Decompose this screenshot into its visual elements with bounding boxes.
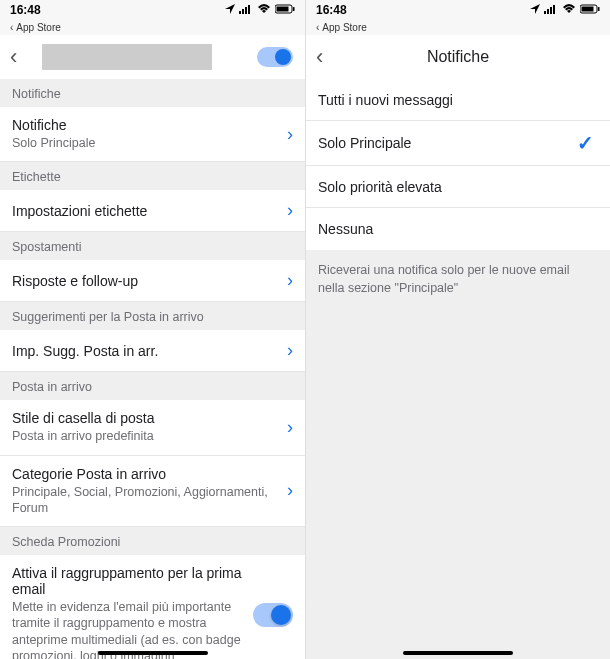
redacted-account-name — [42, 44, 212, 70]
page-title: Notifiche — [306, 48, 610, 66]
svg-rect-0 — [239, 11, 241, 14]
section-notifiche: Notifiche — [0, 79, 305, 107]
chevron-right-icon: › — [279, 417, 293, 438]
footer-note: Riceverai una notifica solo per le nuove… — [306, 250, 610, 309]
battery-icon — [580, 4, 600, 16]
back-link-label: App Store — [322, 22, 366, 33]
section-spostamenti: Spostamenti — [0, 232, 305, 260]
option-priorita-elevata[interactable]: Solo priorità elevata — [306, 166, 610, 208]
row-imp-etichette[interactable]: Impostazioni etichette › — [0, 190, 305, 232]
wifi-icon — [562, 4, 576, 16]
row-title: Impostazioni etichette — [12, 203, 147, 219]
section-inbox: Posta in arrivo — [0, 372, 305, 400]
chevron-right-icon: › — [279, 124, 293, 145]
option-solo-principale[interactable]: Solo Principale ✓ — [306, 121, 610, 166]
svg-rect-1 — [242, 9, 244, 14]
row-notifiche[interactable]: Notifiche Solo Principale › — [0, 107, 305, 162]
account-toggle[interactable] — [257, 47, 293, 67]
status-icons — [530, 4, 600, 16]
account-header: ‹ — [0, 35, 305, 79]
chevron-right-icon: › — [279, 270, 293, 291]
row-subtitle: Solo Principale — [12, 135, 279, 151]
row-stile[interactable]: Stile di casella di posta Posta in arriv… — [0, 400, 305, 455]
chevron-left-icon: ‹ — [10, 22, 13, 33]
location-icon — [530, 4, 540, 16]
wifi-icon — [257, 4, 271, 16]
svg-rect-12 — [582, 7, 594, 12]
status-icons — [225, 4, 295, 16]
row-subtitle: Mette in evidenza l'email più importante… — [12, 599, 253, 659]
row-subtitle: Posta in arrivo predefinita — [12, 428, 279, 444]
signal-icon — [544, 4, 558, 16]
option-label: Solo priorità elevata — [318, 179, 442, 195]
notifiche-options: Tutti i nuovi messaggi Solo Principale ✓… — [306, 79, 610, 659]
row-subtitle: Principale, Social, Promozioni, Aggiorna… — [12, 484, 279, 517]
settings-list[interactable]: Notifiche Notifiche Solo Principale › Et… — [0, 79, 305, 659]
row-title: Imp. Sugg. Posta in arr. — [12, 343, 158, 359]
svg-rect-13 — [598, 7, 600, 11]
signal-icon — [239, 4, 253, 16]
status-time: 16:48 — [10, 3, 41, 17]
row-risposte[interactable]: Risposte e follow-up › — [0, 260, 305, 302]
toggle-raggruppamento[interactable] — [253, 603, 293, 627]
row-categorie[interactable]: Categorie Posta in arrivo Principale, So… — [0, 456, 305, 528]
option-tutti[interactable]: Tutti i nuovi messaggi — [306, 79, 610, 121]
svg-rect-8 — [547, 9, 549, 14]
back-button[interactable]: ‹ — [10, 44, 34, 70]
svg-rect-5 — [277, 7, 289, 12]
svg-rect-7 — [544, 11, 546, 14]
home-indicator[interactable] — [403, 651, 513, 655]
status-bar: 16:48 — [306, 0, 610, 20]
svg-rect-2 — [245, 7, 247, 14]
back-button[interactable]: ‹ — [316, 44, 340, 70]
svg-rect-6 — [293, 7, 295, 11]
row-title: Notifiche — [12, 117, 279, 133]
section-promozioni: Scheda Promozioni — [0, 527, 305, 555]
back-to-app-store[interactable]: ‹ App Store — [306, 20, 610, 35]
battery-icon — [275, 4, 295, 16]
chevron-right-icon: › — [279, 480, 293, 501]
status-bar: 16:48 — [0, 0, 305, 20]
nav-bar: ‹ Notifiche — [306, 35, 610, 79]
svg-rect-3 — [248, 5, 250, 14]
section-etichette: Etichette — [0, 162, 305, 190]
notifiche-screen: 16:48 ‹ App Store ‹ Notifiche Tutti i nu… — [305, 0, 610, 659]
check-icon: ✓ — [577, 131, 598, 155]
row-title: Categorie Posta in arrivo — [12, 466, 279, 482]
settings-screen: 16:48 ‹ App Store ‹ Notifiche Not — [0, 0, 305, 659]
row-title: Stile di casella di posta — [12, 410, 279, 426]
home-indicator[interactable] — [98, 651, 208, 655]
option-label: Tutti i nuovi messaggi — [318, 92, 453, 108]
status-time: 16:48 — [316, 3, 347, 17]
section-suggerimenti: Suggerimenti per la Posta in arrivo — [0, 302, 305, 330]
row-imp-sugg[interactable]: Imp. Sugg. Posta in arr. › — [0, 330, 305, 372]
back-to-app-store[interactable]: ‹ App Store — [0, 20, 305, 35]
chevron-right-icon: › — [279, 340, 293, 361]
location-icon — [225, 4, 235, 16]
chevron-left-icon: ‹ — [316, 22, 319, 33]
row-title: Attiva il raggruppamento per la prima em… — [12, 565, 253, 597]
row-raggruppamento[interactable]: Attiva il raggruppamento per la prima em… — [0, 555, 305, 659]
chevron-right-icon: › — [279, 200, 293, 221]
svg-rect-10 — [553, 5, 555, 14]
option-label: Solo Principale — [318, 135, 411, 151]
svg-rect-9 — [550, 7, 552, 14]
back-link-label: App Store — [16, 22, 60, 33]
row-title: Risposte e follow-up — [12, 273, 138, 289]
option-nessuna[interactable]: Nessuna — [306, 208, 610, 250]
option-label: Nessuna — [318, 221, 373, 237]
